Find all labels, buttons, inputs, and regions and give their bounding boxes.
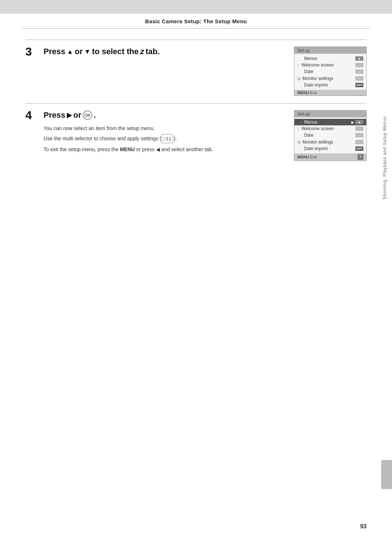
main-content: 3 Press ▲ or ▼ to select the z ta	[0, 29, 392, 179]
menu-item-menus-label: Menus	[304, 56, 317, 61]
step-3-suffix: to select the	[92, 47, 139, 57]
menu-exit-label-2: Exit	[310, 155, 317, 159]
step-4-body-line3: To exit the setup menu, press the MENU o…	[44, 145, 287, 154]
step-3-menu-title: Set up	[294, 47, 366, 54]
menu-item-date-indicator: —	[355, 69, 363, 74]
step-4-menu-items: Menus ▶ ■ □ Welcome screen	[294, 117, 366, 153]
menu-item-welcome-indicator: —	[355, 63, 363, 67]
step-4-menu-footer: MENU Exit ?	[294, 153, 366, 161]
menu-sel-indicator-group: ▶ ■	[351, 120, 363, 124]
menu-item-menus-selected: Menus ▶ ■	[294, 119, 366, 125]
page: Basic Camera Setup: The Setup Menu 3 Pre…	[0, 0, 392, 540]
menu-item-dateimprint: Date imprint OFF	[294, 82, 366, 88]
menu-item-dateimprint-2-label: Date imprint	[304, 146, 328, 151]
step-4-row: Press ▶ or OK . You can now select an it…	[44, 110, 367, 161]
menu-item-date-2: Date —	[294, 132, 366, 138]
step-3-row: Press ▲ or ▼ to select the z tab.	[44, 47, 367, 96]
menu-item-monitor: ψ Monitor settings —	[294, 75, 366, 82]
menu-item-welcome-2-label: Welcome screen	[302, 126, 334, 131]
step-3-arrow-up: ▲	[67, 48, 73, 56]
menu-item-date: Date —	[294, 68, 366, 75]
menu-item-menus-indicator: ■	[355, 56, 363, 61]
step-3-content: Press ▲ or ▼ to select the z tab.	[44, 47, 367, 96]
step-3-z-icon: z	[140, 47, 144, 57]
step-3-title-text: Press ▲ or ▼ to select the z tab.	[44, 47, 160, 57]
sidebar-vertical-text: Shooting, Playback and Setup Menus	[382, 116, 387, 200]
step-4-body-line2: Use the multi selector to choose and app…	[44, 134, 287, 143]
menu-item-welcome-2-indicator: —	[355, 126, 363, 131]
sidebar-area: Shooting, Playback and Setup Menus	[377, 0, 392, 472]
step-3-or-label: or	[75, 47, 83, 57]
plug-icon: ψ	[297, 76, 301, 81]
menu-sel-arrow: ▶	[351, 120, 354, 124]
step-3-number: 3	[25, 45, 44, 59]
page-number: 93	[360, 523, 367, 530]
plug-icon-2: ψ	[297, 139, 301, 145]
step-4-footer-left: MENU Exit	[297, 155, 317, 159]
step-3-press-label: Press	[44, 47, 65, 57]
menu-item-date-label: Date	[304, 69, 313, 74]
menu-exit-label: Exit	[310, 90, 317, 95]
step-3-arrow-down: ▼	[84, 48, 91, 56]
step-3-left: Press ▲ or ▼ to select the z tab.	[44, 47, 287, 61]
step-3-menu-items: Menus ■ □ Welcome screen —	[294, 54, 366, 90]
help-icon: ?	[358, 154, 363, 160]
right-tab	[381, 460, 392, 489]
menu-sel-menus-label: Menus	[304, 120, 317, 125]
step-4-number: 4	[25, 109, 44, 122]
step-3-title: Press ▲ or ▼ to select the z tab.	[44, 47, 287, 57]
step-4-or-label: or	[73, 110, 81, 121]
menu-bold-label: MENU	[120, 146, 135, 152]
menu-item-dateimprint-2-indicator: OFF	[355, 146, 363, 151]
step-3-tab-label: tab.	[146, 47, 160, 57]
ok-badge: OK	[83, 110, 92, 120]
ok-label: OK	[85, 113, 91, 117]
step-3: 3 Press ▲ or ▼ to select the z ta	[25, 40, 367, 96]
menu-item-welcome: □ Welcome screen —	[294, 62, 366, 68]
step-4: 4 Press ▶ or OK .	[25, 103, 367, 161]
menu-item-menus: Menus ■	[294, 55, 366, 62]
menu-item-dateimprint-indicator: OFF	[355, 83, 363, 87]
step-4-title: Press ▶ or OK .	[44, 110, 287, 121]
menu-item-date-2-label: Date	[304, 133, 313, 138]
menu-item-welcome-2: □ Welcome screen —	[294, 125, 366, 132]
step-4-period: .	[94, 110, 96, 121]
camera-icon-2: □	[297, 126, 300, 131]
step-3-menu-screenshot: Set up Menus ■ □	[294, 47, 367, 96]
step-4-body: You can now select an item from the setu…	[44, 124, 287, 154]
menu-item-monitor-2: ψ Monitor settings —	[294, 138, 366, 145]
menu-item-monitor-2-label: Monitor settings	[302, 140, 333, 145]
step-4-title-text: Press ▶ or OK .	[44, 110, 96, 121]
step-4-arrow-right: ▶	[67, 111, 72, 120]
step-4-press-label: Press	[44, 110, 65, 121]
ref-box: □ 11	[162, 134, 173, 143]
page-header: Basic Camera Setup: The Setup Menu	[22, 14, 370, 29]
ref-number: 11	[166, 135, 171, 142]
step-4-menu-title: Set up	[294, 110, 366, 117]
menu-item-monitor-label: Monitor settings	[302, 76, 333, 81]
menu-sel-icon-indicator: ■	[355, 120, 363, 124]
camera-icon: □	[297, 63, 300, 67]
menu-item-dateimprint-2: Date imprint OFF	[294, 145, 366, 152]
page-header-title: Basic Camera Setup: The Setup Menu	[145, 18, 247, 24]
menu-item-welcome-label: Welcome screen	[302, 63, 334, 68]
menu-btn-label: MENU	[297, 90, 309, 95]
menu-item-dateimprint-label: Date imprint	[304, 82, 328, 88]
step-4-menu-screenshot: Set up Menus ▶ ■	[294, 110, 367, 161]
step-4-left: Press ▶ or OK . You can now select an it…	[44, 110, 287, 155]
step-4-body-line1: You can now select an item from the setu…	[44, 124, 287, 133]
menu-item-date-2-indicator: —	[355, 133, 363, 137]
step-4-content: Press ▶ or OK . You can now select an it…	[44, 110, 367, 161]
menu-btn-label-2: MENU	[297, 155, 309, 159]
top-bar	[0, 0, 392, 14]
step-3-menu-footer: MENU Exit	[294, 90, 366, 96]
menu-item-monitor-indicator: —	[355, 76, 363, 81]
menu-item-monitor-2-indicator: —	[355, 140, 363, 144]
